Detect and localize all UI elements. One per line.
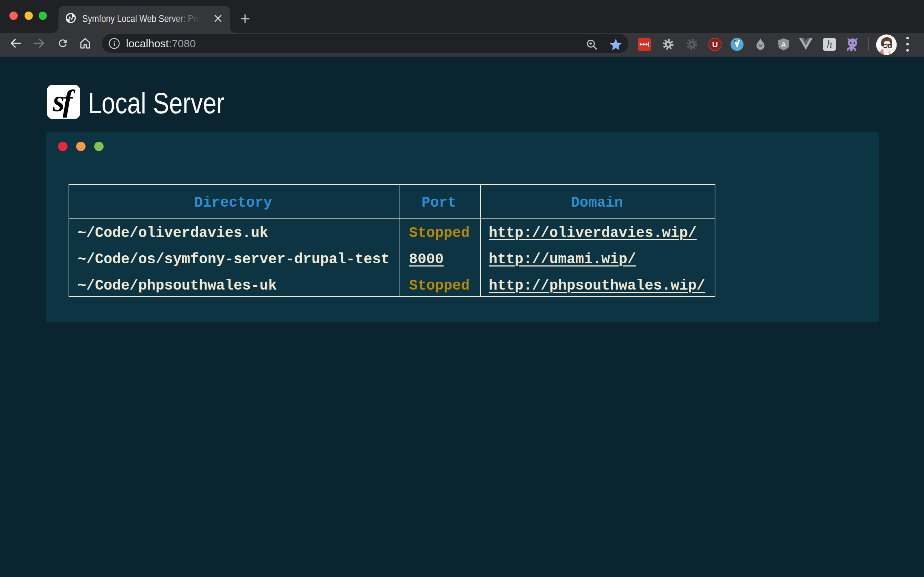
svg-text:Local Server: Local Server	[88, 87, 225, 119]
svg-text:A: A	[781, 41, 786, 49]
svg-text:U: U	[712, 40, 718, 49]
svg-text:h: h	[827, 38, 832, 50]
svg-text:Symfony Local Web Server: Prox: Symfony Local Web Server: Prox	[82, 13, 205, 24]
